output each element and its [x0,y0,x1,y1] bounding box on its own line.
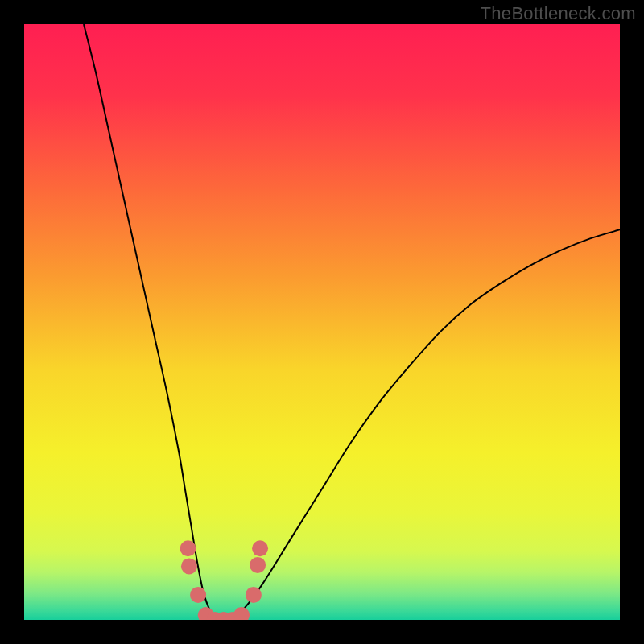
curve-marker [250,557,266,573]
chart-svg [24,24,620,620]
watermark-text: TheBottleneck.com [481,3,636,24]
chart-frame: TheBottleneck.com [0,0,644,644]
curve-marker [246,587,262,603]
curve-marker [180,540,196,556]
curve-marker [190,587,206,603]
plot-area [24,24,620,620]
gradient-background [24,24,620,620]
curve-marker [252,540,268,556]
curve-marker [181,558,197,574]
